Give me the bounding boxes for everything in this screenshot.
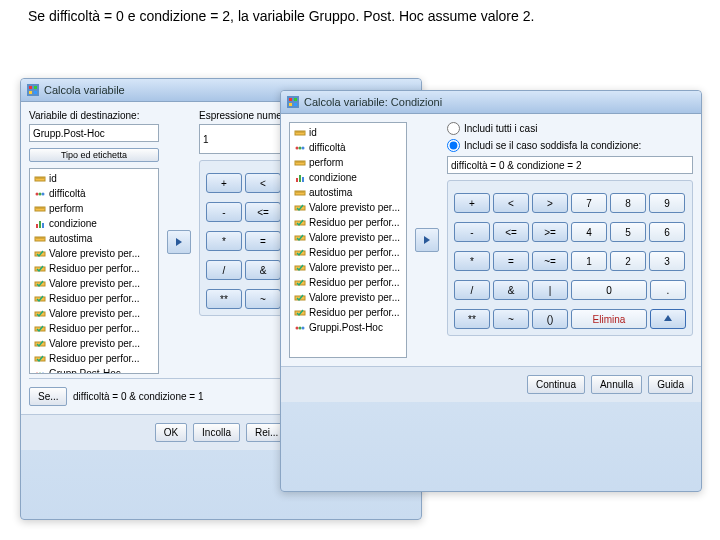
keypad--button[interactable]: ~: [245, 289, 281, 309]
keypad-2-button[interactable]: 2: [610, 251, 646, 271]
keypad--button[interactable]: =: [245, 231, 281, 251]
keypad: +<>789-<=>=456*=~=123/&|0.**~()Elimina: [447, 180, 693, 336]
keypad--button[interactable]: =: [493, 251, 529, 271]
variable-row[interactable]: Residuo per perfor...: [32, 291, 156, 306]
keypad--button[interactable]: <: [493, 193, 529, 213]
variable-row[interactable]: Residuo per perfor...: [292, 305, 404, 320]
keypad-1-button[interactable]: 1: [571, 251, 607, 271]
variable-row[interactable]: id: [32, 171, 156, 186]
variable-row[interactable]: Residuo per perfor...: [292, 245, 404, 260]
variable-row[interactable]: Residuo per perfor...: [32, 351, 156, 366]
dest-input[interactable]: [29, 124, 159, 142]
variable-list[interactable]: iddifficoltàperformcondizioneautostimaVa…: [29, 168, 159, 374]
variable-row[interactable]: Valore previsto per...: [292, 290, 404, 305]
keypad-7-button[interactable]: 7: [571, 193, 607, 213]
variable-row[interactable]: Valore previsto per...: [32, 336, 156, 351]
keypad--button[interactable]: |: [532, 280, 568, 300]
move-right-button[interactable]: [415, 228, 439, 252]
svg-point-11: [39, 192, 42, 195]
include-all-label: Includi tutti i casi: [464, 123, 537, 134]
keypad--button[interactable]: ~=: [532, 251, 568, 271]
variable-row[interactable]: Residuo per perfor...: [292, 215, 404, 230]
guida-button[interactable]: Guida: [648, 375, 693, 394]
include-all-radio[interactable]: Includi tutti i casi: [447, 122, 693, 135]
variable-name: Residuo per perfor...: [309, 217, 402, 228]
keypad--button[interactable]: &: [493, 280, 529, 300]
include-if-radio[interactable]: Includi se il caso soddisfa la condizion…: [447, 139, 693, 152]
keypad--button[interactable]: **: [454, 309, 490, 329]
variable-row[interactable]: autostima: [292, 185, 404, 200]
variable-name: autostima: [309, 187, 402, 198]
variable-row[interactable]: Grupp.Post-Hoc: [32, 366, 156, 374]
keypad--button[interactable]: ~: [493, 309, 529, 329]
if-button[interactable]: Se...: [29, 387, 67, 406]
variable-row[interactable]: autostima: [32, 231, 156, 246]
type-label-button[interactable]: Tipo ed etichetta: [29, 148, 159, 162]
keypad--button[interactable]: &: [245, 260, 281, 280]
titlebar[interactable]: Calcola variabile: Condizioni: [281, 91, 701, 114]
keypad--button[interactable]: >=: [532, 222, 568, 242]
button-bar: ContinuaAnnullaGuida: [281, 366, 701, 402]
variable-row[interactable]: condizione: [32, 216, 156, 231]
keypad--button[interactable]: *: [206, 231, 242, 251]
keypad--button[interactable]: /: [206, 260, 242, 280]
variable-row[interactable]: Gruppi.Post-Hoc: [292, 320, 404, 335]
keypad--button[interactable]: -: [206, 202, 242, 222]
keypad--button[interactable]: +: [454, 193, 490, 213]
keypad--button[interactable]: >: [532, 193, 568, 213]
variable-row[interactable]: perform: [292, 155, 404, 170]
keypad-5-button[interactable]: 5: [610, 222, 646, 242]
variable-row[interactable]: Valore previsto per...: [32, 306, 156, 321]
svg-rect-3: [29, 91, 32, 94]
variable-row[interactable]: Residuo per perfor...: [292, 275, 404, 290]
keypad--button[interactable]: <=: [493, 222, 529, 242]
annulla-button[interactable]: Annulla: [591, 375, 642, 394]
move-right-button[interactable]: [167, 230, 191, 254]
keypad--button[interactable]: .: [650, 280, 686, 300]
keypad--button[interactable]: (): [532, 309, 568, 329]
variable-row[interactable]: id: [292, 125, 404, 140]
svg-point-35: [39, 372, 42, 374]
variable-row[interactable]: Valore previsto per...: [292, 260, 404, 275]
check-icon: [34, 263, 46, 275]
keypad-3-button[interactable]: 3: [649, 251, 685, 271]
window-title: Calcola variabile: [44, 84, 125, 96]
check-icon: [294, 232, 306, 244]
keypad--button[interactable]: *: [454, 251, 490, 271]
variable-name: Valore previsto per...: [309, 232, 402, 243]
svg-rect-38: [289, 98, 292, 101]
variable-name: id: [309, 127, 402, 138]
keypad--button[interactable]: <=: [245, 202, 281, 222]
variable-row[interactable]: condizione: [292, 170, 404, 185]
incolla-button[interactable]: Incolla: [193, 423, 240, 442]
variable-row[interactable]: difficoltà: [292, 140, 404, 155]
ok-button[interactable]: OK: [155, 423, 187, 442]
keypad-8-button[interactable]: 8: [610, 193, 646, 213]
svg-rect-2: [34, 86, 37, 89]
keypad-4-button[interactable]: 4: [571, 222, 607, 242]
keypad-Elimina-button[interactable]: Elimina: [571, 309, 647, 329]
variable-row[interactable]: Valore previsto per...: [292, 230, 404, 245]
keypad-up-button[interactable]: [650, 309, 686, 329]
keypad--button[interactable]: <: [245, 173, 281, 193]
variable-row[interactable]: Residuo per perfor...: [32, 321, 156, 336]
continua-button[interactable]: Continua: [527, 375, 585, 394]
keypad-9-button[interactable]: 9: [649, 193, 685, 213]
ruler-icon: [294, 127, 306, 139]
keypad--button[interactable]: /: [454, 280, 490, 300]
variable-row[interactable]: Valore previsto per...: [292, 200, 404, 215]
variable-row[interactable]: Valore previsto per...: [32, 246, 156, 261]
keypad--button[interactable]: -: [454, 222, 490, 242]
variable-row[interactable]: Residuo per perfor...: [32, 261, 156, 276]
variable-list[interactable]: iddifficoltàperformcondizioneautostimaVa…: [289, 122, 407, 358]
variable-row[interactable]: perform: [32, 201, 156, 216]
ruler-icon: [34, 203, 46, 215]
keypad-0-button[interactable]: 0: [571, 280, 647, 300]
keypad--button[interactable]: +: [206, 173, 242, 193]
variable-row[interactable]: Valore previsto per...: [32, 276, 156, 291]
keypad-6-button[interactable]: 6: [649, 222, 685, 242]
keypad--button[interactable]: **: [206, 289, 242, 309]
condition-input[interactable]: [447, 156, 693, 174]
variable-row[interactable]: difficoltà: [32, 186, 156, 201]
check-icon: [34, 353, 46, 365]
